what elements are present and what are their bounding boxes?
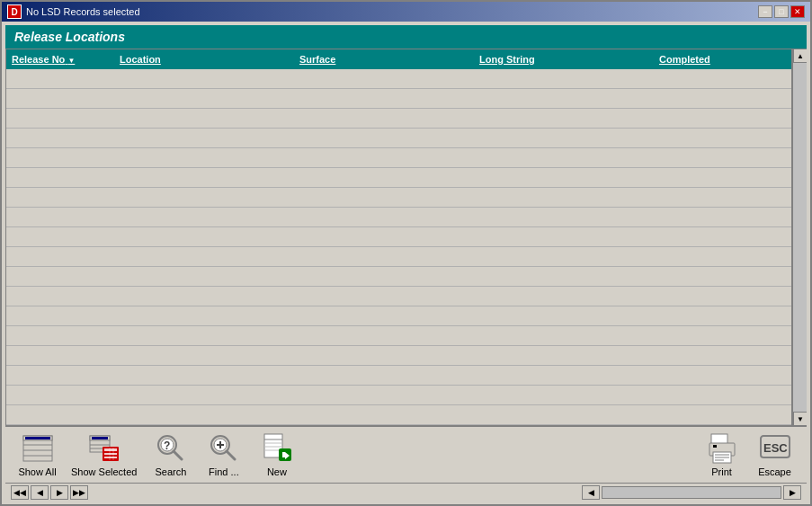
table-area: Release No ▼ Location Surface Long Strin… bbox=[5, 49, 792, 426]
table-row bbox=[6, 346, 791, 366]
print-icon bbox=[706, 432, 738, 465]
scroll-left-button[interactable]: ◀ bbox=[582, 485, 600, 500]
svg-rect-12 bbox=[104, 448, 117, 451]
table-row bbox=[6, 208, 791, 227]
search-button[interactable]: ? Search bbox=[146, 431, 195, 479]
table-row bbox=[6, 227, 791, 247]
new-icon bbox=[261, 432, 293, 465]
nav-last-button[interactable]: ▶▶ bbox=[70, 485, 88, 500]
scroll-down-button[interactable]: ▼ bbox=[793, 412, 807, 426]
table-row bbox=[6, 129, 791, 148]
new-button[interactable]: New bbox=[252, 431, 301, 479]
show-all-button[interactable]: Show All bbox=[13, 431, 62, 479]
col-header-surface[interactable]: Surface bbox=[294, 52, 474, 67]
show-selected-button[interactable]: Show Selected bbox=[66, 431, 142, 479]
table-row bbox=[6, 247, 791, 267]
nav-next-button[interactable]: ▶ bbox=[50, 485, 68, 500]
close-button[interactable]: ✕ bbox=[790, 5, 805, 18]
escape-label: Escape bbox=[758, 466, 791, 477]
maximize-button[interactable]: □ bbox=[774, 5, 789, 18]
table-row bbox=[6, 287, 791, 306]
status-bar: ◀◀ ◀ ▶ ▶▶ ◀ ▶ bbox=[5, 483, 807, 501]
panel-title: Release Locations bbox=[5, 25, 807, 49]
show-selected-label: Show Selected bbox=[71, 466, 137, 477]
table-row bbox=[6, 386, 791, 405]
print-label: Print bbox=[711, 466, 732, 477]
nav-prev-button[interactable]: ◀ bbox=[31, 485, 49, 500]
main-window: D No LSD Records selected − □ ✕ Release … bbox=[0, 0, 812, 506]
svg-rect-14 bbox=[104, 457, 117, 458]
find-icon bbox=[208, 432, 240, 465]
new-label: New bbox=[267, 466, 287, 477]
col-header-completed[interactable]: Completed bbox=[654, 52, 789, 67]
svg-rect-37 bbox=[713, 445, 717, 448]
table-row bbox=[6, 267, 791, 287]
table-row bbox=[6, 148, 791, 168]
scroll-track[interactable] bbox=[793, 63, 807, 412]
horizontal-scroll-track[interactable] bbox=[602, 486, 781, 499]
svg-rect-13 bbox=[104, 453, 117, 455]
table-row bbox=[6, 366, 791, 386]
escape-button[interactable]: ESC Escape bbox=[750, 431, 799, 479]
col-header-release-no[interactable]: Release No ▼ bbox=[6, 52, 114, 67]
table-row bbox=[6, 109, 791, 129]
nav-first-button[interactable]: ◀◀ bbox=[11, 485, 29, 500]
table-row bbox=[6, 306, 791, 326]
table-body bbox=[6, 69, 791, 425]
bottom-toolbar: Show All bbox=[5, 426, 807, 483]
title-bar: D No LSD Records selected − □ ✕ bbox=[2, 2, 810, 22]
svg-text:ESC: ESC bbox=[763, 441, 788, 455]
svg-text:?: ? bbox=[164, 439, 170, 452]
find-label: Find ... bbox=[209, 466, 239, 477]
svg-line-23 bbox=[227, 451, 235, 459]
svg-rect-33 bbox=[282, 452, 285, 457]
search-label: Search bbox=[155, 466, 186, 477]
table-container: Release No ▼ Location Surface Long Strin… bbox=[5, 49, 792, 426]
scroll-right-button[interactable]: ▶ bbox=[783, 485, 801, 500]
table-row bbox=[6, 89, 791, 109]
show-all-icon bbox=[22, 432, 54, 465]
app-icon: D bbox=[7, 4, 22, 19]
escape-icon: ESC bbox=[759, 432, 791, 465]
col-header-location[interactable]: Location bbox=[114, 52, 294, 67]
scroll-up-button[interactable]: ▲ bbox=[793, 49, 807, 63]
svg-rect-8 bbox=[92, 437, 108, 439]
show-all-label: Show All bbox=[18, 466, 56, 477]
sort-arrow-release: ▼ bbox=[67, 57, 75, 65]
col-header-long-string[interactable]: Long String bbox=[474, 52, 654, 67]
table-row bbox=[6, 69, 791, 89]
nav-buttons: ◀◀ ◀ ▶ ▶▶ bbox=[11, 485, 88, 500]
table-row bbox=[6, 405, 791, 425]
title-bar-left: D No LSD Records selected bbox=[7, 4, 140, 19]
table-row bbox=[6, 326, 791, 346]
show-selected-icon bbox=[88, 432, 120, 465]
print-button[interactable]: Print bbox=[697, 431, 746, 479]
svg-line-19 bbox=[174, 451, 182, 459]
title-bar-controls: − □ ✕ bbox=[758, 5, 805, 18]
table-row bbox=[6, 188, 791, 208]
table-header: Release No ▼ Location Surface Long Strin… bbox=[6, 49, 791, 69]
svg-rect-5 bbox=[25, 437, 50, 439]
window-title: No LSD Records selected bbox=[26, 6, 140, 17]
vertical-scrollbar[interactable]: ▲ ▼ bbox=[792, 49, 807, 426]
minimize-button[interactable]: − bbox=[758, 5, 772, 18]
table-row bbox=[6, 168, 791, 188]
search-icon: ? bbox=[155, 432, 187, 465]
find-button[interactable]: Find ... bbox=[199, 431, 248, 479]
content-area: Release Locations Release No ▼ Location bbox=[2, 22, 810, 504]
